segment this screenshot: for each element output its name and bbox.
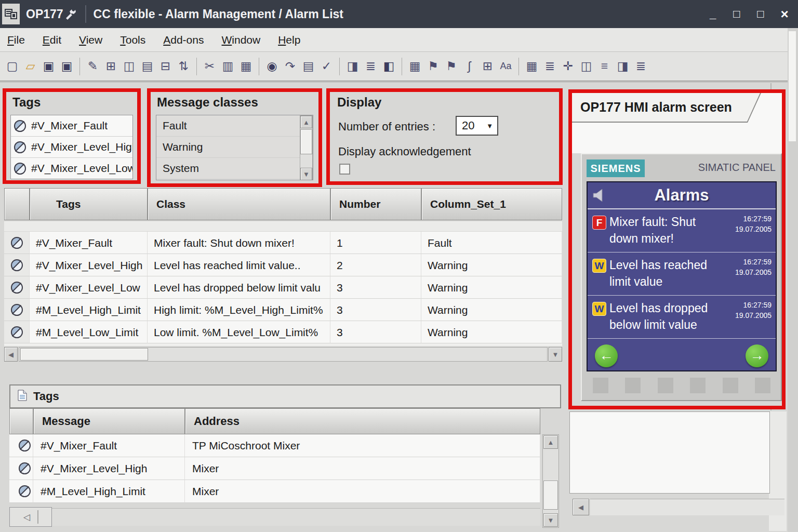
save-all-icon[interactable]: ▣ <box>58 59 76 73</box>
menu-tools[interactable]: Tools <box>120 34 145 46</box>
cell-number[interactable]: 2 <box>330 254 421 276</box>
text-size-icon[interactable]: Aa <box>497 61 515 72</box>
line-list-icon[interactable]: ≣ <box>362 59 380 73</box>
page-embed-icon[interactable]: ⊟ <box>156 59 175 73</box>
menu-window[interactable]: Window <box>221 34 260 46</box>
splitter-handle[interactable] <box>37 510 38 524</box>
table-import-icon[interactable]: ▦ <box>406 59 424 73</box>
cell-message[interactable]: #V_Mixer_Fault <box>33 434 185 457</box>
redo-icon[interactable]: ↷ <box>281 59 299 73</box>
exit-door-icon[interactable]: ◨ <box>614 59 632 73</box>
column-header-class[interactable]: Class <box>148 188 330 220</box>
cell-class[interactable]: Low limit. %M_Level_Low_Limit% <box>148 321 330 343</box>
table-split-icon[interactable]: ◫ <box>577 59 595 73</box>
hmi-hscroll-track[interactable] <box>590 499 784 515</box>
cell-column-set[interactable]: Fault <box>421 232 562 254</box>
bottom-header-address[interactable]: Address <box>185 408 540 434</box>
new-document-icon[interactable]: ▢ <box>3 59 21 73</box>
scroll-up-icon[interactable]: ▲ <box>543 435 558 449</box>
cell-tag[interactable]: #V_Mixer_Fault <box>30 232 148 254</box>
cell-message[interactable]: #M_Level_High_Limit <box>33 480 185 503</box>
cell-class[interactable]: Mixer fault: Shut down mixer! <box>148 232 330 254</box>
archive-icon[interactable]: ▤ <box>299 59 317 73</box>
hscroll-thumb[interactable] <box>20 348 148 361</box>
cell-message[interactable]: #V_Mixer_Level_High <box>33 457 185 480</box>
message-classes-scrollbar[interactable]: ▲ ▼ <box>300 115 313 180</box>
cell-column-set[interactable]: Warning <box>421 276 562 299</box>
hmi-hscroll-left-icon[interactable]: ◀ <box>573 499 589 515</box>
cell-tag[interactable]: #V_Mixer_Level_High <box>30 254 148 276</box>
cell-tag[interactable]: #V_Mixer_Level_Low <box>30 276 148 299</box>
cell-column-set[interactable]: Warning <box>421 321 562 343</box>
open-folder-icon[interactable]: ▱ <box>21 59 39 73</box>
column-header-number[interactable]: Number <box>330 188 421 220</box>
menu-file[interactable]: File <box>7 34 25 46</box>
list-sync-icon[interactable]: ⇅ <box>175 59 193 73</box>
tags-list-item[interactable]: #V_Mixer_Level_High <box>11 137 132 158</box>
list-bullets-icon[interactable]: ≡ <box>595 59 614 73</box>
cell-class[interactable]: Level has reached limit value.. <box>148 254 330 276</box>
cell-address[interactable]: Mixer <box>185 480 540 503</box>
restore-button[interactable]: □ <box>730 7 743 21</box>
message-class-item[interactable]: Warning <box>156 137 313 158</box>
sort-bars-icon[interactable]: ≣ <box>632 59 650 73</box>
tags-list-item[interactable]: #V_Mixer_Fault <box>11 115 132 137</box>
paste-icon[interactable]: ▦ <box>237 59 255 73</box>
page-list-icon[interactable]: ▤ <box>138 59 156 73</box>
bottom-vscroll-track[interactable]: ▲ ▼ <box>542 434 559 528</box>
book-icon[interactable]: ◧ <box>380 59 398 73</box>
ack-checkbox[interactable] <box>339 164 350 175</box>
cut-icon[interactable]: ✂ <box>201 59 219 73</box>
page-add-icon[interactable]: ⊞ <box>102 59 120 73</box>
cell-column-set[interactable]: Warning <box>421 254 562 276</box>
column-header-tags[interactable]: Tags <box>30 188 148 220</box>
save-icon[interactable]: ▣ <box>39 59 58 73</box>
entries-dropdown[interactable]: 20 ▼ <box>456 116 498 136</box>
form-edit-icon[interactable]: ✎ <box>84 59 102 73</box>
cell-number[interactable]: 1 <box>330 232 421 254</box>
menu-help[interactable]: Help <box>278 34 300 46</box>
menu-view[interactable]: View <box>79 34 102 46</box>
menu-edit[interactable]: Edit <box>43 34 61 46</box>
bottom-hscroll-track[interactable] <box>52 508 540 526</box>
hscroll-left-icon[interactable]: ◀ <box>4 347 18 362</box>
filter-icon[interactable]: ◉ <box>263 59 281 73</box>
scroll-down-icon[interactable]: ▼ <box>543 513 558 527</box>
integral-icon[interactable]: ∫ <box>460 59 478 73</box>
cell-address[interactable]: TP MiCoschroot Mixer <box>185 434 540 457</box>
scrollbar-thumb[interactable] <box>300 129 312 154</box>
page-flag-alt-icon[interactable]: ⚑ <box>442 59 460 73</box>
scroll-up-icon[interactable]: ▲ <box>300 116 312 128</box>
cell-number[interactable]: 3 <box>330 276 421 299</box>
minimize-button[interactable]: _ <box>707 7 719 21</box>
expand-icon[interactable]: ✛ <box>559 59 577 73</box>
scroll-down-icon[interactable]: ▼ <box>300 168 312 180</box>
page-flag-icon[interactable]: ⚑ <box>424 59 442 73</box>
message-class-item[interactable]: Fault <box>156 115 313 137</box>
close-button[interactable]: × <box>778 6 791 22</box>
menu-add-ons[interactable]: Add-ons <box>163 34 204 46</box>
vscroll-down-icon[interactable]: ▼ <box>549 347 562 362</box>
tags-list-item[interactable]: #V_Mixer_Level_Low <box>11 158 132 179</box>
cell-class[interactable]: High limit: %M_Level_High_Limit% <box>148 299 330 321</box>
cell-tag[interactable]: #M_Level_High_Limit <box>30 299 148 321</box>
grid-window-icon[interactable]: ▦ <box>523 59 541 73</box>
scrollbar-thumb[interactable] <box>543 481 558 510</box>
bottom-hscroll-left[interactable]: ◁ <box>9 507 52 527</box>
list-arrows-icon[interactable]: ≣ <box>541 59 559 73</box>
cell-number[interactable]: 3 <box>330 299 421 321</box>
bottom-header-message[interactable]: Message <box>33 408 185 434</box>
nav-right-button[interactable]: → <box>746 344 768 367</box>
message-class-item[interactable]: System <box>156 158 313 179</box>
page-copy-icon[interactable]: ◫ <box>120 59 138 73</box>
maximize-button[interactable]: □ <box>754 7 767 21</box>
validate-icon[interactable]: ✓ <box>317 59 336 73</box>
hscroll-track[interactable] <box>19 347 548 362</box>
copy-icon[interactable]: ▥ <box>219 59 237 73</box>
nav-left-button[interactable]: ← <box>595 344 618 367</box>
screen-keys-icon[interactable]: ◨ <box>343 59 362 73</box>
cell-number[interactable]: 3 <box>330 321 421 343</box>
cell-tag[interactable]: #M_Level_Low_Limit <box>30 321 148 343</box>
cell-class[interactable]: Level has dropped below limit valu <box>148 276 330 299</box>
grid-icon[interactable]: ⊞ <box>478 59 497 73</box>
